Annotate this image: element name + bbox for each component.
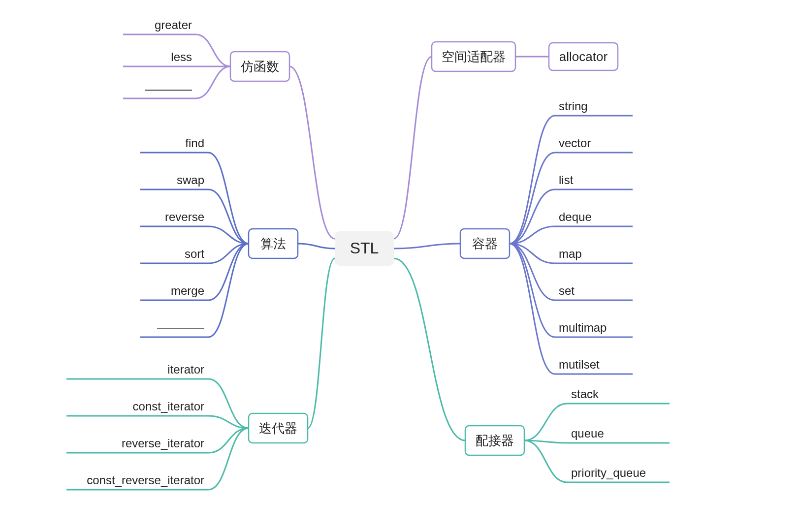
- algo-leaf[interactable]: merge: [171, 284, 204, 297]
- cont-leaf[interactable]: string: [559, 99, 588, 113]
- cont-leaf-connector: [510, 244, 555, 337]
- alloc-connector: [394, 57, 432, 239]
- iter-leaf-connector: [208, 379, 249, 428]
- algo-leaf[interactable]: reverse: [165, 210, 204, 223]
- adapt-leaf-connector: [524, 404, 567, 440]
- algo-label: 算法: [260, 236, 286, 251]
- cont-connector: [394, 244, 460, 249]
- functor-label: 仿函数: [240, 59, 279, 74]
- algo-leaf[interactable]: ————: [157, 321, 204, 334]
- iter-label: 迭代器: [259, 421, 297, 436]
- root-label: STL: [350, 239, 379, 257]
- cont-leaf-connector: [510, 153, 555, 244]
- algo-connector: [298, 244, 335, 249]
- iter-leaf[interactable]: iterator: [167, 363, 204, 376]
- algo-leaf-connector: [208, 153, 249, 244]
- algo-leaf[interactable]: sort: [185, 247, 204, 260]
- iter-connector: [308, 258, 335, 428]
- iter-leaf-connector: [208, 428, 249, 490]
- adapt-leaf[interactable]: priority_queue: [571, 466, 646, 479]
- iter-leaf[interactable]: reverse_iterator: [122, 437, 204, 450]
- algo-leaf-connector: [208, 244, 249, 337]
- functor-leaf[interactable]: less: [171, 50, 192, 63]
- algo-leaf[interactable]: swap: [177, 173, 204, 187]
- cont-leaf[interactable]: list: [559, 173, 574, 187]
- adapt-label: 配接器: [476, 433, 514, 448]
- functor-leaf-connector: [196, 66, 230, 98]
- cont-leaf[interactable]: mutilset: [559, 358, 600, 371]
- adapt-leaf[interactable]: queue: [571, 427, 604, 440]
- cont-leaf-connector: [510, 116, 555, 244]
- cont-leaf[interactable]: deque: [559, 210, 592, 223]
- algo-leaf[interactable]: find: [185, 136, 204, 150]
- adapt-leaf-connector: [524, 440, 567, 482]
- alloc-label: 空间适配器: [442, 49, 506, 64]
- cont-leaf[interactable]: set: [559, 284, 575, 297]
- cont-leaf[interactable]: vector: [559, 136, 591, 150]
- cont-label: 容器: [472, 236, 498, 251]
- adapt-leaf[interactable]: stack: [571, 387, 599, 401]
- cont-leaf[interactable]: multimap: [559, 321, 607, 334]
- alloc-leaf-label: allocator: [559, 49, 608, 64]
- functor-leaf[interactable]: greater: [155, 18, 192, 31]
- iter-leaf[interactable]: const_reverse_iterator: [87, 473, 204, 487]
- functor-leaf[interactable]: ————: [145, 82, 192, 95]
- mindmap-canvas: STL仿函数greaterless————空间适配器allocator算法fin…: [0, 0, 799, 532]
- iter-leaf-connector: [208, 428, 249, 453]
- functor-leaf-connector: [196, 34, 230, 66]
- cont-leaf[interactable]: map: [559, 247, 582, 260]
- adapt-connector: [394, 258, 465, 440]
- iter-leaf[interactable]: const_iterator: [133, 400, 204, 413]
- functor-connector: [289, 66, 335, 239]
